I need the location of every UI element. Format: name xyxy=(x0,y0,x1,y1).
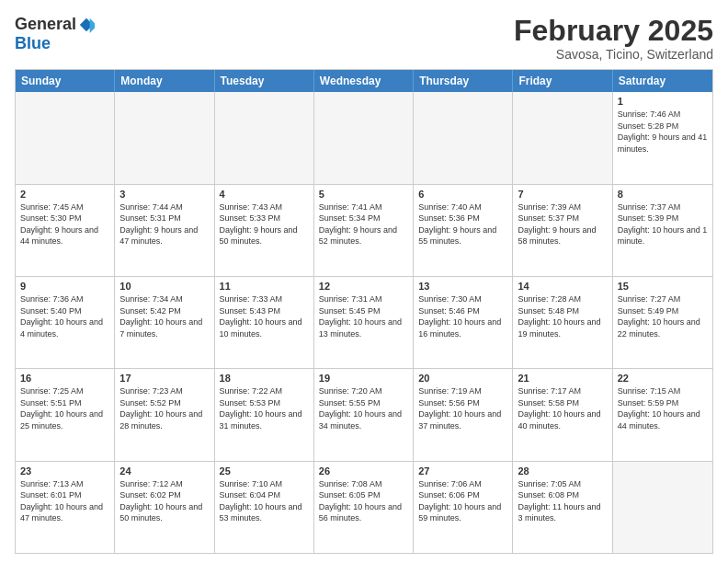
week-row-2: 2Sunrise: 7:45 AM Sunset: 5:30 PM Daylig… xyxy=(16,184,712,276)
day-cell-4: 4Sunrise: 7:43 AM Sunset: 5:33 PM Daylig… xyxy=(215,185,314,276)
day-number: 9 xyxy=(20,281,109,292)
day-cell-15: 15Sunrise: 7:27 AM Sunset: 5:49 PM Dayli… xyxy=(613,277,712,368)
day-cell-20: 20Sunrise: 7:19 AM Sunset: 5:56 PM Dayli… xyxy=(414,369,513,460)
day-info: Sunrise: 7:17 AM Sunset: 5:58 PM Dayligh… xyxy=(518,385,607,431)
day-number: 28 xyxy=(518,465,607,477)
day-cell-14: 14Sunrise: 7:28 AM Sunset: 5:48 PM Dayli… xyxy=(513,277,612,368)
day-info: Sunrise: 7:08 AM Sunset: 6:05 PM Dayligh… xyxy=(319,478,408,524)
day-headers: SundayMondayTuesdayWednesdayThursdayFrid… xyxy=(16,70,712,92)
day-cell-13: 13Sunrise: 7:30 AM Sunset: 5:46 PM Dayli… xyxy=(414,277,513,368)
day-number: 16 xyxy=(20,373,109,384)
day-cell-empty xyxy=(513,92,612,183)
day-info: Sunrise: 7:37 AM Sunset: 5:39 PM Dayligh… xyxy=(618,201,708,247)
day-cell-22: 22Sunrise: 7:15 AM Sunset: 5:59 PM Dayli… xyxy=(613,369,712,460)
day-info: Sunrise: 7:23 AM Sunset: 5:52 PM Dayligh… xyxy=(119,385,209,431)
day-cell-18: 18Sunrise: 7:22 AM Sunset: 5:53 PM Dayli… xyxy=(215,369,314,460)
week-row-4: 16Sunrise: 7:25 AM Sunset: 5:51 PM Dayli… xyxy=(16,368,712,460)
day-number: 18 xyxy=(220,373,309,384)
logo: General Blue xyxy=(15,15,95,53)
day-header-saturday: Saturday xyxy=(613,70,712,92)
day-info: Sunrise: 7:36 AM Sunset: 5:40 PM Dayligh… xyxy=(20,293,109,339)
day-info: Sunrise: 7:12 AM Sunset: 6:02 PM Dayligh… xyxy=(119,478,209,524)
day-number: 22 xyxy=(618,373,708,384)
day-info: Sunrise: 7:43 AM Sunset: 5:33 PM Dayligh… xyxy=(220,201,309,247)
day-number: 26 xyxy=(319,465,408,477)
day-cell-empty xyxy=(414,92,513,183)
day-cell-12: 12Sunrise: 7:31 AM Sunset: 5:45 PM Dayli… xyxy=(314,277,414,368)
day-cell-27: 27Sunrise: 7:06 AM Sunset: 6:06 PM Dayli… xyxy=(414,462,513,553)
day-number: 8 xyxy=(618,189,708,200)
day-info: Sunrise: 7:31 AM Sunset: 5:45 PM Dayligh… xyxy=(319,293,408,339)
day-cell-25: 25Sunrise: 7:10 AM Sunset: 6:04 PM Dayli… xyxy=(215,462,314,553)
day-header-wednesday: Wednesday xyxy=(314,70,414,92)
day-info: Sunrise: 7:40 AM Sunset: 5:36 PM Dayligh… xyxy=(418,201,507,247)
week-row-1: 1Sunrise: 7:46 AM Sunset: 5:28 PM Daylig… xyxy=(16,92,712,183)
day-number: 14 xyxy=(518,281,607,292)
day-info: Sunrise: 7:33 AM Sunset: 5:43 PM Dayligh… xyxy=(220,293,309,339)
location: Savosa, Ticino, Switzerland xyxy=(514,47,713,62)
day-number: 10 xyxy=(119,281,209,292)
day-info: Sunrise: 7:41 AM Sunset: 5:34 PM Dayligh… xyxy=(319,201,408,247)
day-header-tuesday: Tuesday xyxy=(215,70,314,92)
svg-marker-1 xyxy=(90,17,95,32)
week-row-5: 23Sunrise: 7:13 AM Sunset: 6:01 PM Dayli… xyxy=(16,461,712,553)
day-info: Sunrise: 7:10 AM Sunset: 6:04 PM Dayligh… xyxy=(220,478,309,524)
day-cell-9: 9Sunrise: 7:36 AM Sunset: 5:40 PM Daylig… xyxy=(16,277,115,368)
logo-general-text: General xyxy=(15,15,76,34)
day-info: Sunrise: 7:39 AM Sunset: 5:37 PM Dayligh… xyxy=(518,201,607,247)
day-info: Sunrise: 7:06 AM Sunset: 6:06 PM Dayligh… xyxy=(418,478,507,524)
day-number: 23 xyxy=(20,465,109,477)
day-info: Sunrise: 7:25 AM Sunset: 5:51 PM Dayligh… xyxy=(20,385,109,431)
day-info: Sunrise: 7:19 AM Sunset: 5:56 PM Dayligh… xyxy=(418,385,507,431)
day-cell-empty xyxy=(115,92,214,183)
logo-blue-text: Blue xyxy=(15,34,51,53)
day-cell-28: 28Sunrise: 7:05 AM Sunset: 6:08 PM Dayli… xyxy=(513,462,612,553)
day-info: Sunrise: 7:28 AM Sunset: 5:48 PM Dayligh… xyxy=(518,293,607,339)
logo-icon xyxy=(78,17,95,33)
day-info: Sunrise: 7:13 AM Sunset: 6:01 PM Dayligh… xyxy=(20,478,109,524)
day-number: 15 xyxy=(618,281,708,292)
day-number: 11 xyxy=(220,281,309,292)
day-number: 6 xyxy=(418,189,507,200)
day-header-sunday: Sunday xyxy=(16,70,115,92)
day-info: Sunrise: 7:27 AM Sunset: 5:49 PM Dayligh… xyxy=(618,293,708,339)
day-number: 5 xyxy=(319,189,408,200)
day-info: Sunrise: 7:34 AM Sunset: 5:42 PM Dayligh… xyxy=(119,293,209,339)
week-row-3: 9Sunrise: 7:36 AM Sunset: 5:40 PM Daylig… xyxy=(16,276,712,368)
day-number: 21 xyxy=(518,373,607,384)
day-cell-empty xyxy=(215,92,314,183)
day-number: 2 xyxy=(20,189,109,200)
day-info: Sunrise: 7:44 AM Sunset: 5:31 PM Dayligh… xyxy=(119,201,209,247)
weeks: 1Sunrise: 7:46 AM Sunset: 5:28 PM Daylig… xyxy=(16,92,712,553)
day-info: Sunrise: 7:05 AM Sunset: 6:08 PM Dayligh… xyxy=(518,478,607,524)
day-cell-26: 26Sunrise: 7:08 AM Sunset: 6:05 PM Dayli… xyxy=(314,462,414,553)
day-cell-empty xyxy=(613,462,712,553)
day-cell-10: 10Sunrise: 7:34 AM Sunset: 5:42 PM Dayli… xyxy=(115,277,214,368)
day-number: 4 xyxy=(220,189,309,200)
day-number: 1 xyxy=(618,96,708,107)
day-cell-6: 6Sunrise: 7:40 AM Sunset: 5:36 PM Daylig… xyxy=(414,185,513,276)
day-number: 3 xyxy=(119,189,209,200)
day-cell-5: 5Sunrise: 7:41 AM Sunset: 5:34 PM Daylig… xyxy=(314,185,414,276)
day-header-thursday: Thursday xyxy=(414,70,513,92)
day-cell-21: 21Sunrise: 7:17 AM Sunset: 5:58 PM Dayli… xyxy=(513,369,612,460)
calendar: SundayMondayTuesdayWednesdayThursdayFrid… xyxy=(15,69,713,554)
day-number: 24 xyxy=(119,465,209,477)
day-number: 17 xyxy=(119,373,209,384)
day-cell-3: 3Sunrise: 7:44 AM Sunset: 5:31 PM Daylig… xyxy=(115,185,214,276)
page: General Blue February 2025 Savosa, Ticin… xyxy=(0,0,728,563)
day-cell-2: 2Sunrise: 7:45 AM Sunset: 5:30 PM Daylig… xyxy=(16,185,115,276)
day-info: Sunrise: 7:22 AM Sunset: 5:53 PM Dayligh… xyxy=(220,385,309,431)
day-cell-16: 16Sunrise: 7:25 AM Sunset: 5:51 PM Dayli… xyxy=(16,369,115,460)
day-info: Sunrise: 7:30 AM Sunset: 5:46 PM Dayligh… xyxy=(418,293,507,339)
title-block: February 2025 Savosa, Ticino, Switzerlan… xyxy=(514,15,713,62)
day-number: 19 xyxy=(319,373,408,384)
day-cell-17: 17Sunrise: 7:23 AM Sunset: 5:52 PM Dayli… xyxy=(115,369,214,460)
day-cell-empty xyxy=(314,92,414,183)
day-number: 13 xyxy=(418,281,507,292)
month-title: February 2025 xyxy=(514,15,713,47)
day-header-monday: Monday xyxy=(115,70,214,92)
day-number: 27 xyxy=(418,465,507,477)
day-cell-24: 24Sunrise: 7:12 AM Sunset: 6:02 PM Dayli… xyxy=(115,462,214,553)
day-cell-23: 23Sunrise: 7:13 AM Sunset: 6:01 PM Dayli… xyxy=(16,462,115,553)
